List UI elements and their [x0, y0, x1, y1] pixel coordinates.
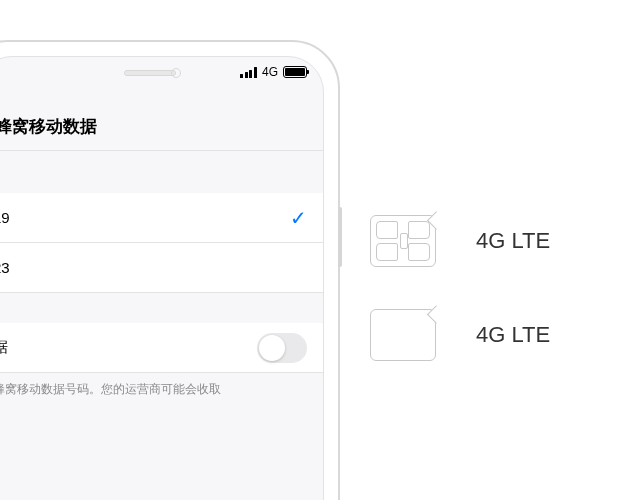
sim-1-label: 4G LTE	[476, 228, 550, 254]
phone-frame: 4G 蜂窝移动数据 19 ✓ 23 据 蜂窝移动数据号码	[0, 40, 340, 500]
esim-card-icon	[370, 309, 436, 361]
list-item[interactable]: 19 ✓	[0, 193, 323, 243]
footer-text: 蜂窝移动数据号码。您的运营商可能会收取	[0, 373, 323, 406]
sim-row-2: 4G LTE	[370, 309, 550, 361]
speaker-grille	[124, 70, 176, 76]
sim-card-icon	[370, 215, 436, 267]
toggle-row[interactable]: 据	[0, 323, 323, 373]
battery-icon	[283, 66, 307, 78]
page-header: 蜂窝移动数据	[0, 103, 323, 151]
status-bar: 4G	[240, 65, 307, 79]
front-camera	[171, 68, 181, 78]
sim-section: 4G LTE 4G LTE	[370, 215, 550, 361]
switch-knob	[259, 335, 285, 361]
phone-screen: 4G 蜂窝移动数据 19 ✓ 23 据 蜂窝移动数据号码	[0, 56, 324, 500]
list-item[interactable]: 23	[0, 243, 323, 293]
list-item-label: 23	[0, 259, 10, 276]
page-title: 蜂窝移动数据	[0, 115, 97, 138]
content-area: 19 ✓ 23 据 蜂窝移动数据号码。您的运营商可能会收取	[0, 151, 323, 500]
side-button	[338, 207, 342, 267]
sim-row-1: 4G LTE	[370, 215, 550, 267]
toggle-label: 据	[0, 338, 8, 357]
sim-2-label: 4G LTE	[476, 322, 550, 348]
toggle-switch[interactable]	[257, 333, 307, 363]
network-label: 4G	[262, 65, 278, 79]
signal-icon	[240, 67, 257, 78]
list-item-label: 19	[0, 209, 10, 226]
checkmark-icon: ✓	[290, 206, 307, 230]
